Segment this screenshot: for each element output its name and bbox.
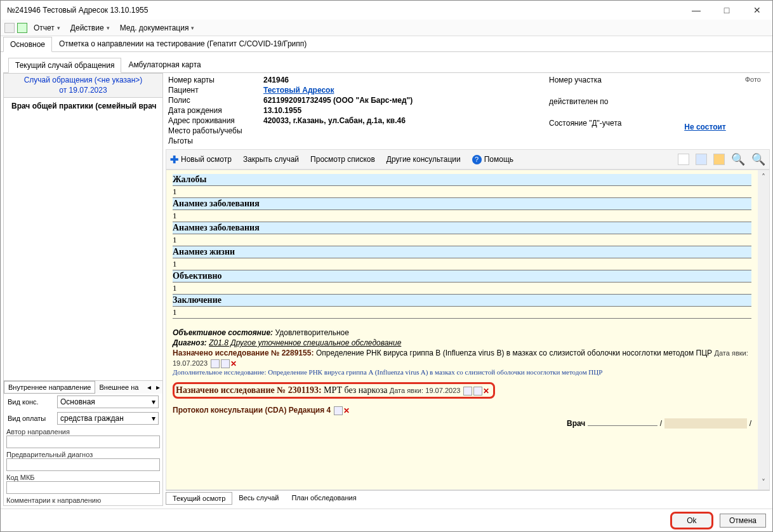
tabs-scroll-right-icon[interactable]: ▸ (154, 383, 162, 392)
sub-tabs: Текущий случай обращения Амбулаторная ка… (3, 57, 770, 73)
section-anamnesis2-header: Анамнез заболевания (173, 222, 751, 234)
top-tabs: Основное Отметка о направлении на тестир… (1, 36, 772, 52)
mkb-code-label: Код МКБ (6, 474, 160, 481)
value-dob: 13.10.1955 (263, 106, 517, 115)
label-photo: Фото (745, 76, 761, 83)
referral-tab-external[interactable]: Внешнее на (95, 382, 142, 393)
menu-action[interactable]: Действие (67, 22, 114, 34)
refresh-icon[interactable] (17, 23, 27, 33)
highlighted-study-box: Назначено исследование № 2301193: МРТ бе… (173, 382, 495, 399)
preliminary-diagnosis-input[interactable] (6, 458, 160, 471)
action-toolbar: ✚Новый осмотр Закрыть случай Просмотр сп… (166, 149, 770, 170)
referral-tabs: Внутреннее направление Внешнее на ◂ ▸ (4, 380, 162, 394)
study2-date: 19.07.2023 (425, 387, 460, 394)
menu-meddoc[interactable]: Мед. документация (116, 22, 199, 34)
edit-icon[interactable] (334, 406, 343, 415)
scroll-up-icon[interactable]: ˄ (762, 170, 765, 184)
section-anamnesis1-body[interactable]: 1 (173, 210, 751, 222)
tab-main[interactable]: Основное (3, 37, 52, 52)
referral-author-label: Автор направления (6, 428, 160, 436)
view-lists-button[interactable]: Просмотр списков (310, 155, 375, 164)
print-icon[interactable] (221, 359, 230, 368)
delete-icon[interactable]: ✕ (343, 406, 350, 415)
consult-type-select[interactable]: Основная ▾ (57, 396, 159, 408)
case-tree[interactable]: Врач общей практики (семейный врач (4, 98, 162, 378)
consult-type-value: Основная (60, 397, 95, 406)
zoom-out-icon[interactable]: 🔍 (751, 152, 765, 166)
other-consults-button[interactable]: Другие консультации (386, 155, 461, 164)
preliminary-diagnosis-label: Предварительный диагноз (6, 451, 160, 458)
referral-comment-label: Комментарии к направлению (6, 496, 160, 504)
bottom-tab-current[interactable]: Текущий осмотр (166, 492, 232, 505)
vertical-scrollbar[interactable]: ˄ ˅ (758, 170, 769, 489)
ok-button[interactable]: Ok (670, 512, 713, 529)
toolbar-icon-1[interactable] (678, 154, 689, 165)
main-toolbar: Отчет Действие Мед. документация (1, 20, 772, 36)
save-icon[interactable] (4, 23, 15, 33)
payment-type-label: Вид оплаты (8, 415, 53, 422)
zoom-in-icon[interactable]: 🔍 (731, 152, 745, 166)
protocol-label: Протокол консультации (CDA) Редакция 4 (173, 406, 331, 415)
bottom-tab-plan[interactable]: План обследования (285, 492, 362, 505)
study1-label: Назначено исследование № 2289155: (173, 349, 314, 357)
scroll-down-icon[interactable]: ˅ (762, 475, 765, 489)
window-title: №241946 Тестовый Адресок 13.10.1955 (7, 6, 687, 15)
diagnosis-value: Z01.8 Другое уточненное специальное обсл… (209, 338, 401, 347)
plus-icon: ✚ (170, 154, 178, 166)
cancel-button[interactable]: Отмена (720, 514, 766, 528)
right-pane: Номер карты Пациент Полис Дата рождения … (166, 73, 770, 506)
left-pane: Случай обращения (<не указан>) от 19.07.… (3, 73, 163, 506)
edit-icon[interactable] (211, 359, 220, 368)
tabs-scroll-left-icon[interactable]: ◂ (145, 383, 154, 392)
label-card-number: Номер карты (168, 76, 257, 84)
delete-icon[interactable]: ✕ (483, 387, 489, 396)
objective-state-value: Удовлетворительное (275, 328, 349, 337)
section-anamnesis2-body[interactable]: 1 (173, 234, 751, 246)
close-icon[interactable]: ✕ (748, 5, 766, 15)
value-policy: 6211992091732495 (ООО "Ак Барс-мед") (263, 96, 517, 105)
study2-value: МРТ без наркоза (324, 385, 387, 395)
chart-icon[interactable] (696, 154, 707, 165)
minimize-icon[interactable]: — (687, 5, 705, 15)
case-header[interactable]: Случай обращения (<не указан>) от 19.07.… (4, 74, 162, 98)
section-conclusion-header: Заключение (173, 295, 751, 307)
titlebar: №241946 Тестовый Адресок 13.10.1955 — □ … (1, 1, 772, 20)
maximize-icon[interactable]: □ (718, 5, 736, 15)
print-icon[interactable] (473, 387, 482, 396)
study1-value: Определение РНК вируса гриппа B (Influen… (316, 349, 712, 357)
mkb-code-input[interactable] (6, 481, 160, 494)
patient-name-link[interactable]: Тестовый Адресок (263, 86, 517, 95)
payment-type-select[interactable]: средства граждан ▾ (57, 412, 159, 425)
referral-author-input[interactable] (6, 436, 160, 448)
tree-item-doctor[interactable]: Врач общей практики (семейный врач (5, 100, 161, 112)
new-exam-button[interactable]: ✚Новый осмотр (170, 154, 232, 166)
edit-icon[interactable] (463, 387, 472, 396)
section-complaints-header: Жалобы (173, 174, 751, 186)
section-objective-body[interactable]: 1 (173, 283, 751, 295)
close-case-button[interactable]: Закрыть случай (243, 155, 299, 164)
label-policy: Полис (168, 96, 257, 105)
d-status-link[interactable]: Не состоит (684, 123, 726, 131)
section-anamnesis1-header: Анамнез заболевания (173, 198, 751, 210)
referral-tab-internal[interactable]: Внутреннее направление (4, 381, 95, 394)
section-life-anamnesis-body[interactable]: 1 (173, 258, 751, 270)
tab-current-case[interactable]: Текущий случай обращения (8, 58, 121, 73)
bottom-tab-all[interactable]: Весь случай (232, 492, 285, 505)
tab-referral-note[interactable]: Отметка о направлении на тестирование (Г… (52, 36, 314, 51)
help-button[interactable]: ?Помощь (472, 155, 513, 164)
delete-icon[interactable]: ✕ (230, 359, 237, 368)
tab-ambulatory-card[interactable]: Амбулаторная карта (121, 57, 208, 72)
value-address: 420033, г.Казань, ул.Сабан, д.1а, кв.46 (263, 116, 517, 125)
doctor-label: Врач (567, 419, 585, 428)
label-d-status: Состояние "Д"-учета (549, 119, 638, 128)
folder-icon[interactable] (713, 154, 725, 165)
doctor-name-redacted (664, 418, 747, 429)
menu-report[interactable]: Отчет (30, 22, 64, 34)
study2-label: Назначено исследование № 2301193: (176, 385, 322, 395)
section-conclusion-body[interactable]: 1 (173, 307, 751, 319)
section-complaints-body[interactable]: 1 (173, 186, 751, 198)
label-benefits: Льготы (168, 136, 257, 145)
additional-study: Дополнительное исследование: Определение… (173, 368, 751, 376)
value-card-number: 241946 (263, 76, 517, 84)
label-district-number: Номер участка (549, 76, 638, 84)
